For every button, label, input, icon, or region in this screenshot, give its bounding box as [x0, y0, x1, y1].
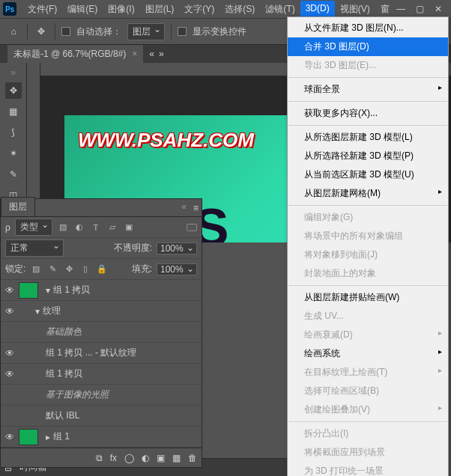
menu-item[interactable]: 绘画系统: [288, 344, 448, 363]
close-icon[interactable]: ✕: [435, 4, 442, 14]
layer-item[interactable]: 👁组 1 拷贝: [1, 364, 202, 385]
menu-item[interactable]: 从当前选区新建 3D 模型(U): [288, 165, 448, 184]
filter-shape-icon[interactable]: ▱: [106, 222, 118, 233]
layer-fx-icon[interactable]: fx: [110, 453, 117, 463]
menu-item[interactable]: 合并 3D 图层(D): [288, 37, 448, 56]
fill-input[interactable]: 100%: [157, 263, 197, 275]
menu-item[interactable]: 从文件新建 3D 图层(N)...: [288, 19, 448, 37]
visibility-icon[interactable]: 👁: [1, 432, 19, 442]
new-layer-icon[interactable]: ▦: [172, 453, 181, 463]
menu-编辑[interactable]: 编辑(E): [62, 1, 103, 18]
filter-smart-icon[interactable]: ▣: [123, 222, 135, 233]
menu-item[interactable]: 获取更多内容(X)...: [288, 104, 448, 123]
menu-滤镜[interactable]: 滤镜(T): [260, 1, 300, 18]
layer-item[interactable]: 默认 IBL: [1, 406, 202, 427]
auto-select-target-dropdown[interactable]: 图层: [127, 23, 165, 40]
menu-separator: [288, 205, 447, 206]
menu-item[interactable]: 从所选路径新建 3D 模型(P): [288, 147, 448, 165]
lock-position-icon[interactable]: ✥: [63, 264, 75, 275]
menu-item: 绘画衰减(D): [288, 326, 448, 344]
menu-separator: [288, 77, 447, 78]
expand-arrow-icon[interactable]: ▾: [35, 306, 40, 317]
menu-item: 将对象移到地面(J): [288, 245, 448, 264]
home-icon[interactable]: ⌂: [6, 24, 21, 39]
nav-prev-icon[interactable]: «: [149, 49, 154, 59]
layer-label: 默认 IBL: [46, 409, 79, 422]
menu-item: 拆分凸出(I): [288, 424, 448, 443]
lock-artboard-icon[interactable]: ▯: [79, 264, 91, 275]
menu-窗[interactable]: 窗: [375, 1, 395, 18]
filter-pixel-icon[interactable]: ▧: [57, 222, 69, 233]
lock-pixels-icon[interactable]: ▨: [30, 264, 42, 275]
layers-panel: 图层 « ≡ ρ 类型 ▧ ◐ T ▱ ▣ 正常 不透明度: 100% 锁定: …: [0, 198, 202, 468]
menu-3d[interactable]: 3D(D): [300, 1, 335, 18]
filter-toggle[interactable]: [187, 224, 197, 231]
auto-select-checkbox[interactable]: [61, 27, 70, 36]
expand-arrow-icon[interactable]: ▾: [46, 285, 50, 296]
document-tab[interactable]: 未标题-1 @ 66.7%(RGB/8#) ×: [7, 45, 143, 64]
menu-视图[interactable]: 视图(V): [335, 1, 375, 18]
filter-type-icon[interactable]: T: [90, 222, 102, 233]
menu-item: 在目标纹理上绘画(T): [288, 363, 448, 382]
panel-collapse-icon[interactable]: «: [181, 201, 187, 212]
marquee-tool[interactable]: ▦: [5, 103, 22, 120]
layers-footer: ⧉ fx ◯ ◐ ▣ ▦ 🗑: [1, 448, 202, 467]
layer-item[interactable]: 👁组 1 拷贝 ... - 默认纹理: [1, 343, 202, 364]
show-transform-checkbox[interactable]: [178, 27, 187, 36]
blend-mode-dropdown[interactable]: 正常: [5, 239, 64, 257]
eyedropper-tool[interactable]: ✎: [5, 166, 22, 183]
menu-item[interactable]: 从所选图层新建 3D 模型(L): [288, 128, 448, 147]
filter-kind-dropdown[interactable]: 类型: [15, 219, 52, 236]
minimize-icon[interactable]: —: [396, 4, 405, 14]
menu-选择[interactable]: 选择(S): [220, 1, 260, 18]
move-tool-icon[interactable]: ✥: [34, 24, 49, 39]
lasso-tool[interactable]: ⟆: [5, 124, 22, 141]
layer-mask-icon[interactable]: ◯: [124, 453, 134, 463]
menu-item: 将场景中的所有对象编组: [288, 227, 448, 245]
adjustment-layer-icon[interactable]: ◐: [142, 453, 149, 463]
maximize-icon[interactable]: ▢: [416, 4, 424, 14]
tab-layers[interactable]: 图层: [1, 197, 35, 216]
menu-item[interactable]: 球面全景: [288, 80, 448, 99]
menu-separator: [288, 125, 447, 126]
menu-item: 生成 UV...: [288, 307, 448, 326]
panel-menu-icon[interactable]: ≡: [193, 203, 199, 213]
watermark-text: WWW.PSAHZ.COM: [78, 129, 254, 152]
visibility-icon[interactable]: 👁: [1, 348, 19, 358]
layer-item[interactable]: 👁▾组 1 拷贝: [1, 280, 202, 301]
toolbox-expand-icon[interactable]: »: [10, 67, 16, 78]
wand-tool[interactable]: ✶: [5, 145, 22, 162]
layer-list: 👁▾组 1 拷贝👁▾纹理基础颜色👁组 1 拷贝 ... - 默认纹理👁组 1 拷…: [1, 280, 202, 448]
opacity-input[interactable]: 100%: [157, 242, 197, 254]
filter-adjust-icon[interactable]: ◐: [73, 222, 85, 233]
lock-all-icon[interactable]: 🔒: [96, 264, 108, 275]
menu-图像[interactable]: 图像(I): [103, 1, 139, 18]
link-layers-icon[interactable]: ⧉: [96, 453, 103, 463]
menu-图层[interactable]: 图层(L): [140, 1, 180, 18]
layer-label: 纹理: [43, 305, 61, 317]
menu-separator: [288, 421, 447, 422]
expand-arrow-icon[interactable]: ▸: [46, 432, 50, 442]
document-title: 未标题-1 @ 66.7%(RGB/8#): [13, 48, 126, 61]
menu-文件[interactable]: 文件(F): [22, 1, 62, 18]
layer-item[interactable]: 👁▸组 1: [1, 427, 202, 448]
move-tool[interactable]: ✥: [5, 82, 22, 99]
layer-label: 组 1 拷贝: [53, 284, 90, 296]
layer-item[interactable]: 基础颜色: [1, 322, 202, 343]
delete-layer-icon[interactable]: 🗑: [188, 453, 197, 463]
layer-label: 基于图像的光照: [46, 388, 109, 401]
layer-item[interactable]: 基于图像的光照: [1, 385, 202, 406]
lock-brush-icon[interactable]: ✎: [46, 264, 58, 275]
visibility-icon[interactable]: 👁: [1, 285, 19, 296]
menu-item: 为 3D 打印统一场景: [288, 462, 448, 476]
group-icon[interactable]: ▣: [157, 453, 165, 463]
menu-separator: [288, 285, 447, 286]
visibility-icon[interactable]: 👁: [1, 306, 19, 317]
layer-item[interactable]: 👁▾纹理: [1, 301, 202, 322]
visibility-icon[interactable]: 👁: [1, 369, 19, 379]
menu-item[interactable]: 从图层新建拼贴绘画(W): [288, 288, 448, 307]
menu-item[interactable]: 从图层新建网格(M): [288, 184, 448, 203]
close-tab-icon[interactable]: ×: [132, 49, 137, 59]
nav-next-icon[interactable]: »: [159, 49, 164, 59]
menu-文字[interactable]: 文字(Y): [179, 1, 220, 18]
